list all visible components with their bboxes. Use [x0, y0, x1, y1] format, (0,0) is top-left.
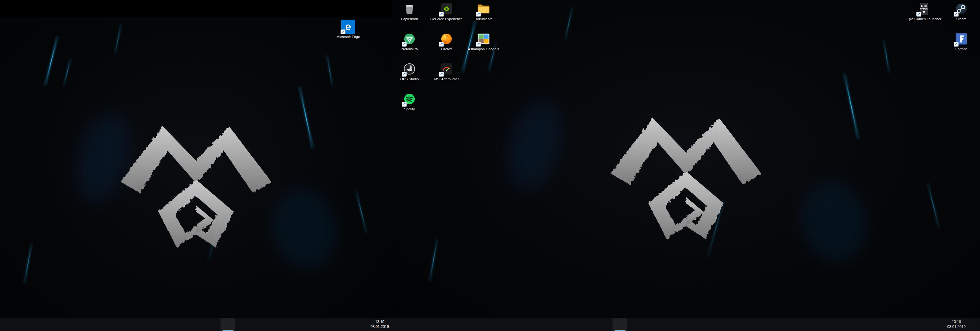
folder-icon: ↗ [477, 2, 491, 16]
shortcut-arrow-overlay-icon: ↗ [439, 12, 444, 16]
taskbar-pinned-gadge-it[interactable] [221, 318, 235, 331]
tray-volume-tray[interactable] [936, 318, 944, 331]
taskbar-search-button[interactable] [15, 318, 29, 331]
show-desktop-button[interactable] [977, 318, 980, 331]
taskbar-pinned-firefox[interactable] [451, 318, 466, 331]
taskbar-pinned-microsoft-edge[interactable]: e [44, 318, 59, 331]
epic-icon: EPICGAMES↗ [917, 2, 931, 16]
desktop-icon-spotify[interactable]: ↗Spotify [392, 92, 426, 111]
desktop-icon-msi-afterburner[interactable]: ↗MSI Afterburner [430, 62, 464, 81]
desktop-icon-geforce-experience[interactable]: ↗GeForce Experience [430, 2, 464, 21]
desktop-icon-epic-games-launcher[interactable]: EPICGAMES↗Epic Games Launcher [907, 2, 941, 21]
svg-text:EPIC: EPIC [921, 5, 927, 7]
taskbar-pinned-documents-folder[interactable] [88, 318, 103, 331]
shortcut-arrow-overlay-icon: ↗ [340, 29, 345, 34]
gadgeit-icon: ↗ [477, 32, 491, 46]
clock-date: 03.01.2019 [371, 325, 389, 329]
desktop-icon-label: OBS Studio [400, 77, 418, 81]
tray-hidden-icons-chevron[interactable] [920, 318, 928, 331]
spotify-icon: ↗ [402, 92, 417, 106]
desktop-icon-label: MSI Afterburner [434, 77, 459, 81]
taskbar-pinned-whatsapp[interactable] [191, 318, 206, 331]
taskbar-pinned-photos[interactable] [495, 318, 510, 331]
taskbar-pinned-steam[interactable] [524, 318, 539, 331]
taskbar-task-view-button[interactable] [422, 318, 436, 331]
taskbar-pinned-epic-games[interactable]: EPICGAMES [206, 318, 221, 331]
desktop-icon-microsoft-edge[interactable]: e↗Microsoft Edge [331, 19, 365, 39]
shortcut-arrow-overlay-icon: ↗ [476, 12, 481, 16]
desktop-icon-label: GeForce Experience [430, 17, 463, 21]
taskbar-pinned-spotify[interactable] [118, 318, 132, 331]
shortcut-arrow-overlay-icon: ↗ [439, 42, 444, 46]
clock-date: 03.01.2019 [947, 325, 966, 329]
taskbar-pinned-gadge-it[interactable] [612, 318, 627, 331]
taskbar-left: eEPICGAMES13:1003.01.2019 [0, 318, 392, 331]
taskbar-spacer [235, 318, 368, 331]
taskbar-pinned-discord[interactable] [147, 318, 162, 331]
desktop-icon-label: Microsoft Edge [337, 35, 360, 39]
taskbar-right: eEPICGAMES13:1003.01.2019 [392, 318, 980, 331]
taskbar-pinned-file-explorer[interactable] [466, 318, 480, 331]
desktop-icon-label: Epic Games Launcher [907, 17, 942, 21]
firefox-icon: ↗ [439, 32, 453, 46]
desktop-icon-papierkorb[interactable]: Papierkorb [392, 2, 426, 21]
desktop-icon-ashampoo-gadge-it[interactable]: ↗Ashampoo Gadge It [466, 32, 501, 51]
taskbar-pinned-brave[interactable] [177, 318, 191, 331]
taskbar-pinned-microsoft-edge[interactable]: e [436, 318, 451, 331]
shortcut-arrow-overlay-icon: ↗ [439, 72, 444, 77]
shortcut-arrow-overlay-icon: ↗ [402, 42, 407, 46]
desktop-icon-layer: Papierkorb↗GeForce Experience↗Dokumente↗… [0, 0, 980, 331]
shortcut-arrow-overlay-icon: ↗ [954, 42, 959, 46]
svg-text:e: e [345, 21, 351, 32]
desktop-icon-label: Fortnite [956, 47, 967, 51]
steam-icon: ↗ [954, 2, 968, 16]
taskbar-pinned-spotify[interactable] [510, 318, 524, 331]
shortcut-arrow-overlay-icon: ↗ [954, 12, 959, 16]
desktop-icon-firefox[interactable]: ↗Firefox [430, 32, 464, 51]
taskbar-search-button[interactable] [407, 318, 422, 331]
shortcut-arrow-overlay-icon: ↗ [402, 72, 407, 77]
taskbar-pinned-photos[interactable] [103, 318, 118, 331]
taskbar-pinned-discord[interactable] [539, 318, 554, 331]
desktop-icon-label: Firefox [441, 47, 452, 51]
clock-time: 13:10 [952, 320, 961, 325]
tray-network-tray[interactable] [928, 318, 936, 331]
taskbar-pinned-steam[interactable] [132, 318, 147, 331]
desktop-icon-label: Steam [956, 17, 966, 21]
taskbar-pinned-firefox[interactable] [59, 318, 73, 331]
svg-text:GAMES: GAMES [920, 8, 928, 10]
taskbar-pinned-documents-folder[interactable] [480, 318, 495, 331]
msi-icon: ↗ [439, 62, 453, 76]
desktop-icon-label: Spotify [404, 107, 415, 111]
desktop-icon-label: Ashampoo Gadge It [468, 47, 499, 51]
taskbar-spacer [627, 318, 920, 331]
shortcut-arrow-overlay-icon: ↗ [402, 102, 407, 107]
desktop-icon-label: ProtonVPN [401, 47, 418, 51]
shortcut-arrow-overlay-icon: ↗ [916, 12, 921, 16]
taskbar-pinned-brave[interactable] [568, 318, 583, 331]
taskbar-clock[interactable]: 13:1003.01.2019 [944, 318, 969, 331]
desktop-icon-label: Papierkorb [401, 17, 418, 21]
obs-icon: ↗ [402, 62, 417, 76]
fortnite-icon: ↗ [954, 32, 968, 46]
taskbar-pinned-downloads-folder[interactable] [554, 318, 568, 331]
protonvpn-icon: ↗ [402, 32, 417, 46]
shortcut-arrow-overlay-icon: ↗ [476, 42, 481, 46]
desktop-icon-fortnite[interactable]: ↗Fortnite [944, 32, 978, 51]
taskbar-start-button[interactable] [392, 318, 407, 331]
taskbar-clock[interactable]: 13:1003.01.2019 [368, 318, 392, 331]
desktop-icon-obs-studio[interactable]: ↗OBS Studio [392, 62, 426, 81]
taskbar-task-view-button[interactable] [29, 318, 44, 331]
edgeTile-icon: e↗ [341, 19, 355, 34]
desktop-icon-protonvpn[interactable]: ↗ProtonVPN [392, 32, 426, 51]
taskbar-pinned-whatsapp[interactable] [583, 318, 598, 331]
taskbar-pinned-file-explorer[interactable] [73, 318, 88, 331]
desktop-icon-dokumente[interactable]: ↗Dokumente [466, 2, 501, 21]
desktop-icon-steam[interactable]: ↗Steam [944, 2, 978, 21]
taskbar-pinned-downloads-folder[interactable] [162, 318, 177, 331]
clock-time: 13:10 [375, 320, 384, 325]
gfe-icon: ↗ [439, 2, 453, 16]
taskbar-start-button[interactable] [0, 318, 15, 331]
taskbar-pinned-epic-games[interactable]: EPICGAMES [598, 318, 612, 331]
tray-action-center[interactable] [969, 318, 977, 331]
